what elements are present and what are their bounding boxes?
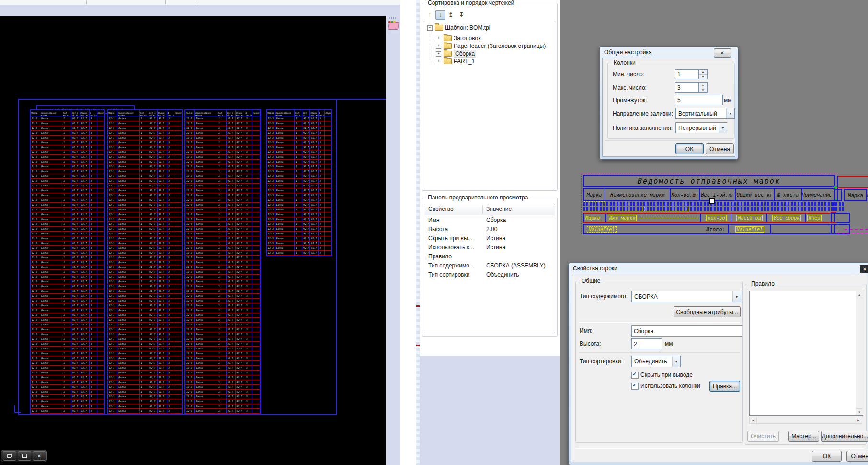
close-button[interactable]: ✕ [33, 451, 46, 461]
fill-policy-select[interactable]: Непрерывный [675, 122, 727, 133]
tree-expand-toggle[interactable]: + [436, 59, 441, 64]
spin-up-icon[interactable]: ▲ [699, 83, 707, 88]
bom-header-row[interactable]: Марка Наименование марки Кол-во,шт Вес 1… [583, 188, 835, 201]
template-tree[interactable]: − Шаблон: BOM.tpl + Заголовок + PageHead… [424, 21, 555, 188]
tree-expand-toggle[interactable]: + [436, 36, 441, 41]
attr-field[interactable]: Имя_марки [608, 215, 637, 221]
tree-item-root[interactable]: − Шаблон: BOM.tpl [427, 24, 490, 32]
property-row[interactable]: Высота2.00 [424, 226, 555, 235]
scroll-left-icon[interactable]: ◄ [750, 417, 757, 423]
free-attributes-button[interactable]: Свободные атрибуты... [674, 306, 741, 317]
tree-item-assembly[interactable]: + Сборка [436, 50, 476, 58]
advanced-button[interactable]: Дополнительно... [821, 431, 868, 442]
tree-expand-toggle[interactable]: + [436, 44, 441, 49]
property-row[interactable]: Скрыть при вы...Истина [424, 235, 555, 244]
cancel-button[interactable]: Отмена [706, 143, 734, 154]
property-row[interactable]: Правило [424, 253, 555, 262]
bom-attribute-row[interactable]: Марка_ Имя_марки кол-во Масса_од Все_сбо… [583, 213, 835, 223]
attr-field[interactable]: Масса_од [736, 215, 762, 221]
close-button[interactable]: ✕ [714, 48, 731, 58]
column-header-value[interactable]: Значение [486, 206, 512, 212]
min-count-input[interactable]: 1 [675, 69, 700, 79]
column-header-property[interactable]: Свойство [428, 206, 454, 212]
spin-up-icon[interactable]: ▲ [699, 70, 707, 75]
attr-field[interactable]: Марка_ [585, 215, 603, 221]
bom-table-preview[interactable]: Ведомость отправочных марок Марка Наимен… [581, 172, 868, 236]
name-input[interactable]: Сборка [631, 326, 742, 337]
property-row[interactable]: ИмяСборка [424, 217, 555, 226]
attr-field[interactable]: №Чер [807, 215, 822, 221]
property-grid-header[interactable]: Свойство Значение [424, 204, 555, 215]
rule-list[interactable]: ▲ ▼ [749, 291, 863, 416]
dropdown-arrow-icon[interactable] [732, 291, 741, 302]
close-button[interactable]: ✕ [860, 265, 868, 273]
ok-button[interactable]: ОК [812, 451, 842, 462]
property-row[interactable]: Тип содержимо...СБОРКА (ASSEMBLY) [424, 262, 555, 271]
property-grid[interactable]: Свойство Значение ИмяСборка Высота2.00 С… [424, 204, 555, 333]
maximize-button[interactable] [18, 451, 31, 461]
move-to-bottom-button[interactable]: ↧ [457, 10, 466, 20]
value-field[interactable]: ValueFiel [587, 226, 617, 232]
gap-input[interactable]: 5 [675, 95, 723, 105]
attr-field[interactable]: Все_сборк [772, 215, 801, 221]
height-input[interactable]: 2 [631, 338, 662, 349]
dialog-title[interactable]: Свойства строки [569, 263, 868, 274]
value-field[interactable]: ValueFiel [735, 226, 764, 232]
spin-down-icon[interactable]: ▼ [699, 75, 707, 80]
hide-on-output-checkbox[interactable] [631, 372, 639, 379]
rule-horizontal-scrollbar[interactable]: ◄ ► [749, 417, 862, 424]
rule-list-scrollbar[interactable]: ▲ ▼ [856, 291, 863, 415]
bom-header-cell[interactable]: Марка [584, 189, 605, 200]
bom-header-cell[interactable]: Примечание [802, 189, 831, 200]
use-columns-checkbox[interactable] [631, 383, 639, 390]
min-count-spinner[interactable]: ▲▼ [698, 69, 708, 79]
bom-header-cell[interactable]: Общий вес,кг [736, 189, 775, 200]
bom-total-row[interactable]: ValueFiel Итого: ValueFiel [583, 224, 835, 234]
grip-handle[interactable] [709, 198, 715, 204]
toolbar-grip[interactable] [389, 17, 397, 19]
move-up-button[interactable]: ↑ [425, 10, 434, 20]
next-table-header-cell[interactable]: Марка [844, 189, 867, 201]
restore-button[interactable] [3, 451, 16, 461]
scroll-up-icon[interactable]: ▲ [856, 291, 863, 298]
scroll-right-icon[interactable]: ► [855, 417, 862, 423]
move-down-button[interactable]: ↓ [435, 10, 445, 20]
tree-collapse-toggle[interactable]: − [427, 25, 433, 31]
fill-direction-select[interactable]: Вертикальный [675, 108, 735, 119]
tree-item-pageheader[interactable]: + PageHeader (Заголовок страницы) [436, 42, 546, 50]
general-settings-dialog[interactable]: Общая настройка ✕ Колонки Мин. число: 1 … [599, 46, 738, 160]
max-count-spinner[interactable]: ▲▼ [698, 82, 708, 93]
attr-field[interactable]: кол-во [706, 215, 726, 221]
bom-header-cell[interactable]: Вес 1-ой,кг [700, 189, 736, 200]
ok-button[interactable]: OK [675, 143, 704, 154]
spin-down-icon[interactable]: ▼ [699, 88, 707, 93]
template-tool-icon[interactable] [388, 22, 399, 30]
cancel-button[interactable]: Отмена [846, 451, 868, 462]
dropdown-arrow-icon[interactable] [719, 123, 727, 133]
drawing-canvas[interactable]: ведомость отправочных марок МаркаНаимено… [0, 16, 386, 465]
bom-header-cell[interactable]: № листа [775, 189, 802, 200]
drawing-table-cell [252, 284, 260, 289]
clear-button[interactable]: Очистить [747, 431, 779, 442]
edit-columns-button[interactable]: Правка... [709, 381, 740, 392]
drawing-table-cell: 92.7 [158, 303, 167, 308]
content-type-select[interactable]: СБОРКА [631, 291, 741, 302]
sort-type-select[interactable]: Объединить [631, 356, 681, 367]
tree-item-header[interactable]: + Заголовок [436, 35, 480, 42]
column-divider[interactable] [482, 205, 483, 214]
dropdown-arrow-icon[interactable] [726, 108, 734, 118]
drawing-table-cell: 3 [90, 131, 97, 135]
scroll-down-icon[interactable]: ▼ [856, 408, 863, 415]
tree-expand-toggle[interactable]: + [436, 51, 441, 57]
master-button[interactable]: Мастер... [788, 431, 819, 442]
bom-title-cell[interactable]: Ведомость отправочных марок [583, 175, 835, 187]
bom-header-cell[interactable]: Кол-во,шт [671, 189, 700, 200]
bom-header-cell[interactable]: Наименование марки [605, 189, 671, 200]
property-row[interactable]: Тип сортировкиОбъединить [424, 271, 555, 280]
tree-item-part1[interactable]: + PART_1 [436, 58, 475, 65]
row-properties-dialog[interactable]: Свойства строки ✕ Общие Тип содержимого:… [568, 263, 868, 465]
property-row[interactable]: Использовать к...Истина [424, 244, 555, 253]
dropdown-arrow-icon[interactable] [672, 356, 680, 367]
move-to-top-button[interactable]: ↥ [446, 10, 456, 20]
max-count-input[interactable]: 3 [675, 82, 700, 93]
